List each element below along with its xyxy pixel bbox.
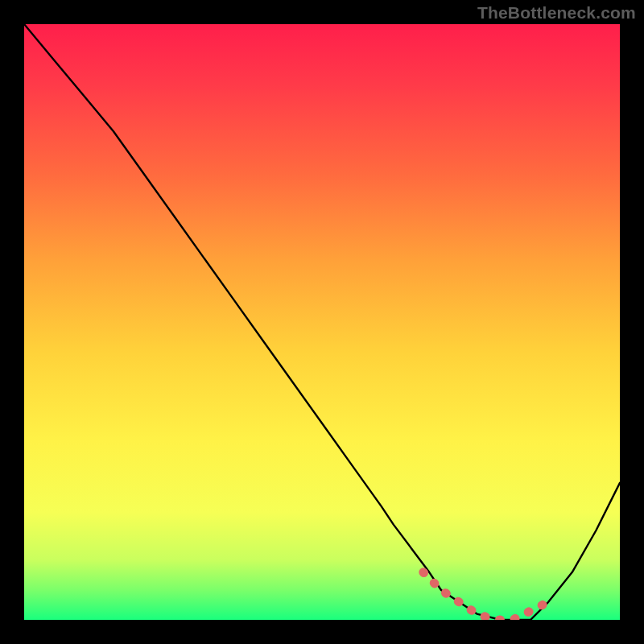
gradient-background	[24, 24, 620, 620]
bottleneck-chart	[24, 24, 620, 620]
chart-container: TheBottleneck.com	[0, 0, 644, 644]
plot-area	[24, 24, 620, 620]
watermark-text: TheBottleneck.com	[477, 3, 636, 23]
